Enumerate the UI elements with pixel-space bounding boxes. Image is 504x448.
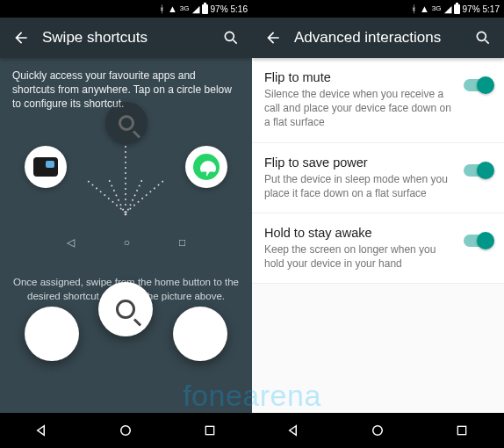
nav-hint: ◁ ○ □ — [0, 235, 252, 249]
search-icon — [119, 115, 134, 131]
settings-list: Flip to mute Silence the device when you… — [252, 58, 504, 413]
toggle-switch[interactable] — [464, 235, 492, 247]
shortcut-big-row — [0, 282, 252, 361]
nav-back-button[interactable] — [25, 413, 60, 448]
nav-home-button[interactable] — [108, 413, 143, 448]
svg-point-6 — [373, 426, 383, 436]
svg-point-4 — [477, 32, 486, 40]
setting-subtitle: Put the device in sleep mode when you pl… — [264, 172, 455, 200]
svg-point-0 — [225, 32, 234, 40]
dotted-guides — [126, 225, 127, 227]
setting-title: Flip to save power — [264, 155, 455, 170]
setting-subtitle: Keep the screen on longer when you hold … — [264, 242, 455, 271]
setting-title: Hold to stay awake — [264, 226, 455, 240]
search-button[interactable] — [217, 24, 245, 52]
bbm-icon — [33, 157, 58, 177]
app-bar: Swipe shortcuts — [0, 18, 252, 58]
setting-subtitle: Silence the device when you receive a ca… — [264, 87, 455, 130]
bluetooth-icon: ᚼ — [159, 4, 165, 14]
battery-icon — [202, 4, 208, 14]
signal-icon: ◢ — [444, 4, 451, 14]
home-icon — [370, 423, 385, 438]
signal-icon: ◢ — [192, 4, 199, 14]
back-button[interactable] — [259, 24, 287, 52]
bluetooth-icon: ᚼ — [411, 4, 417, 14]
setting-flip-to-save-power[interactable]: Flip to save power Put the device in sle… — [252, 143, 504, 213]
battery-pct: 97% — [211, 4, 228, 14]
setting-text: Flip to mute Silence the device when you… — [264, 70, 455, 130]
content-area: Quickly access your favourite apps and s… — [0, 58, 252, 413]
toggle-switch[interactable] — [464, 79, 492, 91]
nav-home-button[interactable] — [360, 413, 395, 448]
back-icon — [286, 423, 302, 438]
arrow-back-icon — [264, 29, 282, 47]
app-bar: Advanced interactions — [252, 18, 504, 58]
status-bar: ᚼ ▲ 3G ◢ 97% 5:16 — [0, 0, 252, 18]
nav-recent-button[interactable] — [192, 413, 227, 448]
whatsapp-icon — [184, 318, 216, 350]
setting-title: Flip to mute — [264, 70, 455, 84]
svg-line-5 — [486, 40, 489, 44]
page-title: Advanced interactions — [287, 29, 469, 47]
network-label: 3G — [432, 5, 442, 12]
toggle-switch[interactable] — [464, 164, 492, 177]
svg-line-1 — [234, 40, 237, 44]
search-icon — [474, 29, 492, 47]
status-bar: ᚼ ▲ 3G ◢ 97% 5:17 — [252, 0, 504, 18]
wifi-icon: ▲ — [168, 4, 177, 14]
setting-flip-to-mute[interactable]: Flip to mute Silence the device when you… — [252, 58, 504, 143]
setting-hold-to-stay-awake[interactable]: Hold to stay awake Keep the screen on lo… — [252, 213, 504, 284]
shortcut-slot-center[interactable] — [105, 102, 148, 144]
svg-rect-7 — [457, 426, 465, 434]
bbm-icon — [38, 322, 66, 345]
nav-back-button[interactable] — [277, 413, 312, 448]
back-outline-icon: ◁ — [67, 235, 75, 249]
network-label: 3G — [180, 5, 190, 12]
shortcut-arc: ◁ ○ □ — [0, 93, 252, 251]
big-shortcut-center[interactable] — [98, 282, 153, 336]
search-icon — [116, 300, 135, 319]
battery-pct: 97% — [463, 4, 480, 14]
battery-icon — [454, 4, 460, 14]
recent-outline-icon: □ — [179, 235, 185, 249]
search-button[interactable] — [469, 24, 497, 52]
big-shortcut-left[interactable] — [25, 307, 79, 361]
wifi-icon: ▲ — [420, 4, 429, 14]
svg-point-2 — [121, 426, 131, 436]
back-icon — [34, 423, 50, 438]
recent-icon — [455, 423, 469, 437]
nav-recent-button[interactable] — [444, 413, 479, 448]
navigation-bar — [0, 413, 252, 448]
setting-text: Flip to save power Put the device in sle… — [264, 155, 455, 200]
arrow-back-icon — [12, 29, 30, 47]
screen-swipe-shortcuts: ᚼ ▲ 3G ◢ 97% 5:16 Swipe shortcuts Quickl… — [0, 0, 252, 448]
setting-text: Hold to stay awake Keep the screen on lo… — [264, 226, 455, 271]
clock: 5:16 — [231, 4, 248, 14]
navigation-bar — [252, 413, 504, 448]
shortcut-slot-right[interactable] — [185, 146, 227, 188]
big-shortcut-right[interactable] — [173, 307, 227, 361]
recent-icon — [203, 423, 217, 437]
shortcut-slot-left[interactable] — [25, 146, 67, 188]
svg-rect-3 — [205, 426, 213, 434]
search-icon — [222, 29, 240, 47]
screen-advanced-interactions: ᚼ ▲ 3G ◢ 97% 5:17 Advanced interactions … — [252, 0, 504, 448]
home-outline-icon: ○ — [124, 235, 130, 249]
clock: 5:17 — [483, 4, 500, 14]
whatsapp-icon — [193, 154, 220, 180]
home-icon — [118, 423, 133, 438]
page-title: Swipe shortcuts — [35, 29, 217, 47]
back-button[interactable] — [7, 24, 35, 52]
